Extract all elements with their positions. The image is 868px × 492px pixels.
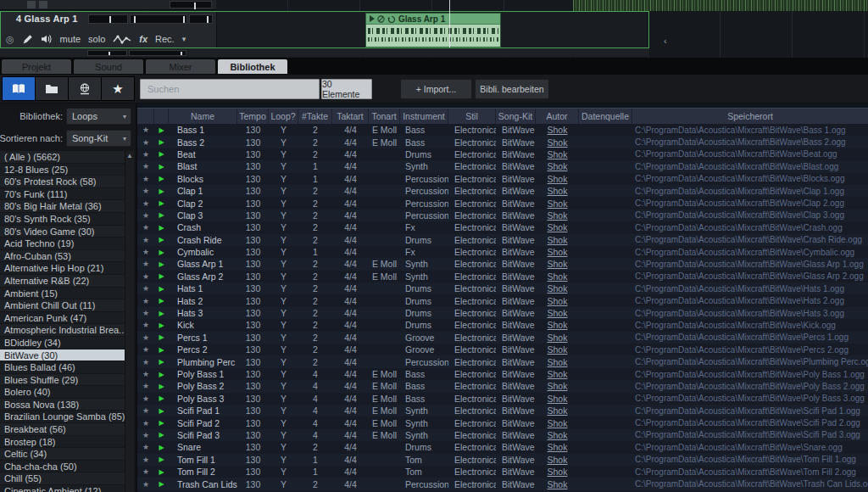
category-item[interactable]: Blues Shuffle (29) [0,374,125,387]
play-icon[interactable]: ▶ [154,454,169,466]
play-icon[interactable]: ▶ [154,294,169,306]
category-item[interactable]: BDiddley (34) [0,337,125,349]
column-header-tempo[interactable]: Tempo [237,109,269,124]
cell-autor[interactable]: Shok [536,173,579,185]
category-item[interactable]: Brazilian Lounge Samba (85) [0,411,125,423]
star-icon[interactable]: ★ [137,344,154,355]
star-icon[interactable]: ★ [137,258,154,270]
category-item[interactable]: Acid Techno (19) [0,238,125,250]
category-item[interactable]: 80's Synth Rock (35) [0,213,125,226]
column-header-instrument[interactable]: Instrument [400,109,448,124]
category-item[interactable]: Ambient (15) [0,288,125,300]
cell-autor[interactable]: Shok [536,332,579,344]
cell-autor[interactable]: Shok [536,417,579,428]
cell-autor[interactable]: Shok [536,160,579,172]
category-item[interactable]: Alternative R&B (22) [0,275,125,288]
category-item[interactable]: Blues Ballad (46) [0,361,125,374]
cell-autor[interactable]: Shok [536,221,579,233]
table-row[interactable]: ★▶Kick130Y24/4DrumsElectronicaBitWaveSho… [137,319,868,331]
category-item[interactable]: Bolero (40) [0,386,125,399]
table-row[interactable]: ★▶Blast130Y14/4SynthElectronicaBitWaveSh… [137,160,868,172]
play-icon[interactable]: ▶ [154,332,169,344]
star-icon[interactable]: ★ [137,307,154,319]
cell-autor[interactable]: Shok [536,478,579,489]
cell-autor[interactable]: Shok [536,344,579,355]
cell-autor[interactable]: Shok [536,197,579,209]
sort-dropdown[interactable]: Song-Kit ▾ [66,130,131,147]
category-item[interactable]: 80's Big Hair Metal (36) [0,200,125,213]
rec-button[interactable]: Rec. [155,34,175,44]
fx-button[interactable]: fx [139,34,147,44]
table-row[interactable]: ★▶Scifi Pad 1130Y44/4E MollSynthElectron… [137,405,868,417]
scroll-up-icon[interactable]: ▲ [125,152,134,159]
category-item[interactable]: 12-8 Blues (25) [0,164,125,176]
star-icon[interactable]: ★ [137,282,154,294]
speaker-icon[interactable] [41,34,53,44]
tab-bibliothek[interactable]: Bibliothek [218,59,287,74]
table-row[interactable]: ★▶Blocks130Y14/4PercussionElectronicaBit… [137,173,868,185]
play-icon[interactable]: ▶ [154,380,169,392]
cell-autor[interactable]: Shok [536,282,579,294]
search-input[interactable] [140,79,320,99]
table-row[interactable]: ★▶Scifi Pad 3130Y44/4E MollSynthElectron… [137,429,868,441]
star-icon[interactable]: ★ [137,221,154,233]
audio-clip-glass-arp[interactable]: Glass Arp 1 [365,13,501,48]
column-header-name[interactable]: Name [169,109,237,124]
cell-autor[interactable]: Shok [536,405,579,417]
cell-autor[interactable]: Shok [536,307,579,319]
table-row[interactable]: ★▶Scifi Pad 2130Y44/4E MollSynthElectron… [137,417,868,428]
cell-autor[interactable]: Shok [536,319,579,331]
table-row[interactable]: ★▶Clap 3130Y24/4PercussionElectronicaBit… [137,210,868,221]
play-icon[interactable]: ▶ [154,429,169,441]
table-row[interactable]: ★▶Tom Fill 1130Y14/4TomElectronicaBitWav… [137,454,868,466]
category-item[interactable]: 60's Protest Rock (58) [0,176,125,188]
category-item[interactable]: Celtic (34) [0,448,125,461]
table-row[interactable]: ★▶Plumbing Perc130Y24/4PercussionElectro… [137,355,868,367]
scroll-left-icon[interactable]: ‹ [664,36,667,46]
column-header-autor[interactable]: Autor [536,109,579,124]
tab-mixer[interactable]: Mixer [146,59,215,74]
category-item[interactable]: Breakbeat (56) [0,423,125,436]
track-row-glass-arp[interactable]: 4 Glass Arp 1 ◎ mute solo fx Rec. ▾ Gl [0,11,649,48]
star-icon[interactable]: ★ [137,429,154,441]
edit-library-button[interactable]: Bibli. bearbeiten [475,79,549,99]
cell-autor[interactable]: Shok [536,380,579,392]
category-item[interactable]: BitWave (30) [0,349,125,362]
table-row[interactable]: ★▶Crash Ride130Y24/4DrumsElectronicaBitW… [137,234,868,246]
star-icon[interactable]: ★ [137,185,154,197]
category-item[interactable]: Ambient Chill Out (11) [0,299,125,312]
cell-autor[interactable]: Shok [536,355,579,367]
cell-autor[interactable]: Shok [536,294,579,306]
clip-play-icon[interactable] [369,15,375,22]
star-icon[interactable]: ★ [137,441,154,453]
cell-autor[interactable]: Shok [536,271,579,282]
star-icon[interactable]: ★ [137,124,154,136]
star-icon[interactable]: ★ [137,368,154,380]
cell-autor[interactable]: Shok [536,441,579,453]
category-item[interactable]: American Punk (47) [0,312,125,325]
cell-autor[interactable]: Shok [536,185,579,197]
favorites-button[interactable]: ★ [102,77,134,100]
play-icon[interactable]: ▶ [154,234,169,246]
cell-autor[interactable]: Shok [536,210,579,221]
library-dropdown[interactable]: Loops ▾ [66,108,131,125]
play-icon[interactable]: ▶ [154,417,169,428]
automation-icon[interactable] [113,34,131,44]
play-icon[interactable]: ▶ [154,258,169,270]
star-icon[interactable]: ★ [137,160,154,172]
sidebar-scrollbar[interactable]: ▲ [125,151,134,492]
column-header-loop[interactable]: Loop? [269,109,298,124]
play-icon[interactable]: ▶ [154,478,169,489]
table-row[interactable]: ★▶Percs 2130Y24/4GrooveElectronicaBitWav… [137,344,868,355]
cell-autor[interactable]: Shok [536,466,579,478]
star-icon[interactable]: ★ [137,294,154,306]
online-button[interactable] [69,77,101,100]
star-icon[interactable]: ★ [137,246,154,258]
tab-sound[interactable]: Sound [74,59,143,74]
folder-button[interactable] [36,77,68,100]
solo-button[interactable]: solo [88,34,105,44]
clip-mute-icon[interactable] [377,15,385,23]
play-icon[interactable]: ▶ [154,124,169,136]
play-icon[interactable]: ▶ [154,344,169,355]
audio-clip-waveform-partial[interactable] [573,0,868,11]
